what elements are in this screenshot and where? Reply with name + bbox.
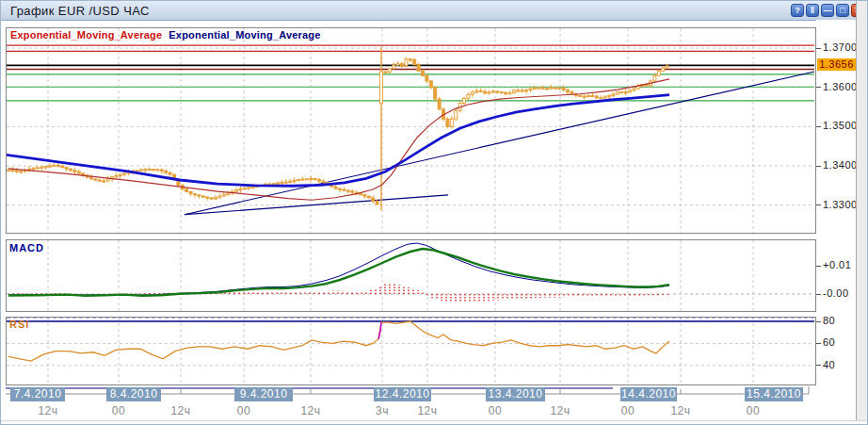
window-titlebar[interactable]: График EUR /USD ЧАС ? ‖ — □ ✕ [1, 1, 867, 21]
time-label: 12ч [544, 404, 576, 417]
time-label: 12ч [665, 404, 697, 417]
macd-signal-line [8, 243, 669, 295]
price-axis-label: 1.3400 [816, 159, 858, 171]
ema-fast-label: Exponential_Moving_Average [10, 29, 162, 41]
current-price-tag: 1.3656 [817, 58, 856, 71]
date-label: 14.4.2010 [620, 387, 677, 401]
macd-line [8, 249, 669, 296]
indicator-labels: Exponential_Moving_AverageExponential_Mo… [10, 29, 328, 41]
right-scroll-strip [856, 1, 868, 425]
macd-axis-label: +0.01 [816, 259, 851, 270]
macd-histogram [8, 284, 667, 302]
date-label: 12.4.2010 [374, 387, 431, 401]
ema-slow-label: Exponential_Moving_Average [169, 29, 320, 41]
time-label: 00 [612, 404, 644, 417]
maximize-button[interactable]: □ [836, 4, 849, 17]
price-chart-canvas[interactable] [7, 28, 815, 233]
price-chart-panel[interactable] [6, 27, 816, 234]
date-axis: 7.4.20108.4.20109.4.201012.4.201013.4.20… [1, 385, 856, 420]
window-bottom-edge [1, 420, 868, 425]
macd-panel[interactable] [6, 239, 816, 312]
time-label: 12ч [411, 404, 443, 417]
candles-layer [8, 47, 669, 210]
time-label: 12ч [32, 404, 64, 417]
time-label: 12ч [165, 404, 197, 417]
date-label: 7.4.2010 [10, 387, 65, 401]
help-button[interactable]: ? [791, 4, 804, 17]
trend-lines [185, 72, 814, 215]
rsi-spike-segment [378, 322, 381, 339]
macd-label: MACD [9, 242, 44, 253]
rsi-label: RSI [9, 319, 29, 330]
macd-canvas[interactable] [7, 240, 815, 311]
date-label: 15.4.2010 [745, 387, 803, 401]
window-buttons: ? ‖ — □ ✕ [791, 4, 864, 17]
rsi-axis-label: 60 [816, 336, 835, 348]
time-label: 3ч [366, 404, 398, 417]
time-label: 12ч [295, 404, 327, 417]
time-label: 00 [479, 404, 511, 417]
rsi-gridlines [7, 318, 814, 384]
time-label: 00 [737, 404, 769, 417]
window-title: График EUR /USD ЧАС [10, 4, 150, 18]
rsi-axis-label: 80 [816, 315, 835, 326]
macd-axis-label: -0.00 [816, 287, 849, 299]
price-axis-label: 1.3500 [816, 120, 858, 131]
support-resistance-lines [7, 45, 814, 101]
time-label: 00 [103, 404, 135, 417]
price-axis-label: 1.3300 [816, 199, 858, 210]
chart-window: График EUR /USD ЧАС ? ‖ — □ ✕ Exponentia… [0, 0, 868, 425]
date-label: 8.4.2010 [106, 387, 161, 401]
price-axis-label: 1.3700 [816, 41, 858, 53]
ema-slow-line [7, 95, 669, 187]
pause-button[interactable]: ‖ [806, 4, 819, 17]
price-axis: 1.37001.36001.35001.34001.3300+0.01-0.00… [816, 20, 856, 420]
rsi-axis-label: 40 [816, 359, 835, 370]
rsi-line [8, 321, 669, 361]
time-label: 00 [228, 404, 260, 417]
rsi-panel[interactable] [6, 317, 816, 385]
date-label: 9.4.2010 [234, 387, 293, 401]
date-label: 13.4.2010 [486, 387, 545, 401]
minimize-button[interactable]: — [821, 4, 834, 17]
rsi-canvas[interactable] [7, 318, 815, 384]
price-axis-label: 1.3600 [816, 81, 858, 92]
